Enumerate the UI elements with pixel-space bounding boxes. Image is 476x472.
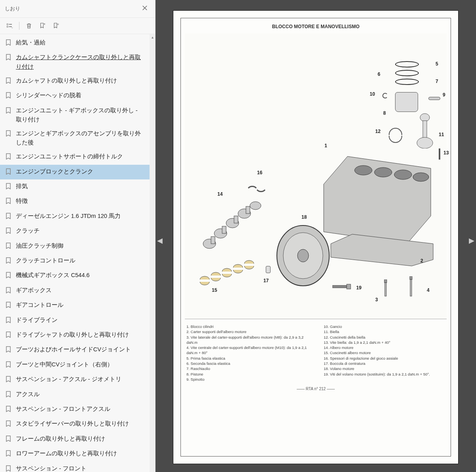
bookmark-item[interactable]: エンジンとギアボックスのアセンブリを取り外した後 bbox=[0, 127, 150, 150]
page-title: BLOCCO MOTORE E MANOVELLISMO bbox=[185, 24, 447, 29]
bookmark-list[interactable]: 給気・過給カムシャフトクランクケースの取り外しと再取り付けカムシャフトの取り外し… bbox=[0, 34, 150, 472]
bookmark-item[interactable]: ギアボックス bbox=[0, 283, 150, 298]
callout-14: 14 bbox=[217, 191, 223, 197]
bookmark-icon bbox=[6, 153, 13, 162]
bookmark-label: 排気 bbox=[16, 182, 144, 191]
trash-icon bbox=[25, 22, 33, 29]
toolbar-separator bbox=[19, 22, 19, 30]
sidebar-title: しおり bbox=[5, 5, 20, 12]
bookmark-item[interactable]: サスペンション - フロントアクスル bbox=[0, 402, 150, 417]
legend-row: 3. Vite laterale del carter-supporti del… bbox=[186, 335, 308, 345]
callout-8: 8 bbox=[383, 110, 386, 116]
bookmark-item[interactable]: エンジンブロックとクランク bbox=[0, 165, 150, 179]
bookmark-label: エンジンとギアボックスのアセンブリを取り外した後 bbox=[16, 129, 144, 147]
bookmark-item[interactable]: 給気・過給 bbox=[0, 36, 150, 50]
bookmark-label: エンジンユニット - ギアボックスの取り外し - 取り付け bbox=[16, 106, 144, 124]
new-bookmark-from-struct-button[interactable] bbox=[50, 20, 61, 31]
bookmark-item[interactable]: ブーツと中間CVジョイント（右側） bbox=[0, 358, 150, 372]
bookmark-item[interactable]: フレームの取り外しと再取り付け bbox=[0, 432, 150, 447]
bookmark-item[interactable]: クラッチコントロール bbox=[0, 254, 150, 268]
bookmark-icon bbox=[6, 92, 13, 101]
part-pin bbox=[428, 97, 440, 100]
bookmark-item[interactable]: ドライブシャフトの取り外しと再取り付け bbox=[0, 328, 150, 343]
svg-rect-29 bbox=[385, 283, 386, 296]
bookmark-icon bbox=[6, 77, 13, 86]
part-thrust-washers bbox=[247, 180, 267, 196]
legend-row: 1. Blocco cilindri bbox=[186, 324, 308, 329]
svg-rect-31 bbox=[410, 279, 412, 296]
scrollbar[interactable]: ▴ bbox=[150, 34, 155, 472]
bookmark-item[interactable]: クラッチ bbox=[0, 224, 150, 239]
part-conrod bbox=[416, 113, 434, 148]
new-bookmark-button[interactable] bbox=[37, 20, 48, 31]
callout-13: 13 bbox=[443, 150, 449, 156]
list-icon bbox=[6, 22, 13, 29]
delete-bookmark-button[interactable] bbox=[23, 20, 35, 31]
options-button[interactable] bbox=[4, 20, 15, 31]
part-bolt-13 bbox=[439, 148, 440, 160]
bookmark-item[interactable]: シリンダーヘッドの脱着 bbox=[0, 89, 150, 103]
bookmark-icon bbox=[6, 376, 13, 385]
part-ring-mid bbox=[395, 70, 419, 76]
bookmark-item[interactable]: ドライブライン bbox=[0, 313, 150, 328]
bookmark-icon bbox=[6, 54, 13, 63]
bookmark-icon bbox=[6, 227, 13, 236]
bookmark-icon bbox=[6, 107, 13, 116]
page-inner: BLOCCO MOTORE E MANOVELLISMO bbox=[180, 18, 451, 457]
bookmark-item[interactable]: ロワーアームの取り外しと再取り付け bbox=[0, 447, 150, 461]
bookmark-item[interactable]: 機械式ギアボックス C544.6 bbox=[0, 268, 150, 283]
bookmark-item[interactable]: 排気 bbox=[0, 179, 150, 194]
bookmark-add-icon bbox=[39, 22, 46, 29]
bookmark-item[interactable]: エンジンユニット - ギアボックスの取り外し - 取り付け bbox=[0, 104, 150, 127]
bookmark-item[interactable]: スタビライザーバーの取り外しと取り付け bbox=[0, 417, 150, 432]
bookmark-item[interactable]: ディーゼルエンジン 1.6 JTDm 120 馬力 bbox=[0, 209, 150, 224]
prev-page-arrow-icon[interactable]: ◀ bbox=[157, 236, 163, 245]
callout-4: 4 bbox=[427, 287, 430, 293]
bookmark-label: シリンダーヘッドの脱着 bbox=[16, 91, 144, 100]
bookmark-icon bbox=[6, 257, 13, 266]
part-bolt-4 bbox=[409, 276, 413, 297]
bookmark-icon bbox=[6, 450, 13, 459]
bookmark-item[interactable]: サスペンション - アクスル - ジオメトリ bbox=[0, 372, 150, 387]
part-flywheel-bolt bbox=[332, 283, 352, 290]
bookmark-icon bbox=[6, 213, 13, 222]
bookmark-label: クラッチ bbox=[16, 226, 144, 235]
bookmark-icon bbox=[6, 435, 13, 444]
bookmarks-panel: しおり 給気・過給カムシャフトクランクケースの取り外しと再取り付けカムシャフトの… bbox=[0, 0, 155, 472]
bookmark-icon bbox=[6, 168, 13, 177]
svg-rect-0 bbox=[7, 24, 8, 25]
legend-row: 9. Spinotto bbox=[186, 377, 308, 382]
legend-right-column: 10. Gancio11. Biella12. Cuscinetti della… bbox=[324, 324, 445, 382]
part-dowel bbox=[266, 266, 271, 273]
bookmark-item[interactable]: カムシャフトの取り外しと再取り付け bbox=[0, 74, 150, 89]
bookmark-label: カムシャフトクランクケースの取り外しと再取り付け bbox=[16, 53, 144, 71]
scroll-up-icon[interactable]: ▴ bbox=[150, 34, 155, 40]
callout-5: 5 bbox=[436, 61, 438, 67]
legend-row: 12. Cuscinetti della biella bbox=[324, 335, 445, 340]
bookmark-item[interactable]: カムシャフトクランクケースの取り外しと再取り付け bbox=[0, 50, 150, 73]
svg-rect-21 bbox=[246, 206, 250, 214]
bookmark-icon bbox=[6, 302, 13, 310]
bookmark-icon bbox=[6, 406, 13, 414]
bookmark-item[interactable]: エンジンユニットサポートの締付トルク bbox=[0, 150, 150, 164]
bookmark-item[interactable]: 油圧クラッチ制御 bbox=[0, 239, 150, 254]
part-bearing-12b bbox=[389, 136, 402, 143]
bookmark-item[interactable]: ブーツおよびホイールサイドCVジョイント bbox=[0, 343, 150, 357]
svg-point-10 bbox=[374, 168, 392, 177]
close-panel-button[interactable] bbox=[139, 3, 150, 14]
svg-rect-6 bbox=[423, 121, 427, 138]
part-piston bbox=[395, 92, 418, 112]
bookmark-item[interactable]: サスペンション - フロント bbox=[0, 462, 150, 472]
document-view: ◀ ▶ BLOCCO MOTORE E MANOVELLISMO bbox=[155, 0, 476, 472]
bookmark-star-icon bbox=[52, 22, 60, 29]
bookmark-item[interactable]: 特徴 bbox=[0, 194, 150, 209]
svg-point-12 bbox=[413, 173, 429, 181]
next-page-arrow-icon[interactable]: ▶ bbox=[469, 236, 474, 245]
bookmark-item[interactable]: アクスル bbox=[0, 387, 150, 402]
legend-row: 6. Seconda fascia elastica bbox=[186, 361, 308, 366]
bookmark-item[interactable]: ギアコントロール bbox=[0, 298, 150, 313]
legend: 1. Blocco cilindri2. Carter supporti del… bbox=[185, 319, 447, 384]
callout-19: 19 bbox=[356, 285, 361, 291]
callout-2: 2 bbox=[420, 258, 423, 264]
bookmark-icon bbox=[6, 243, 13, 251]
